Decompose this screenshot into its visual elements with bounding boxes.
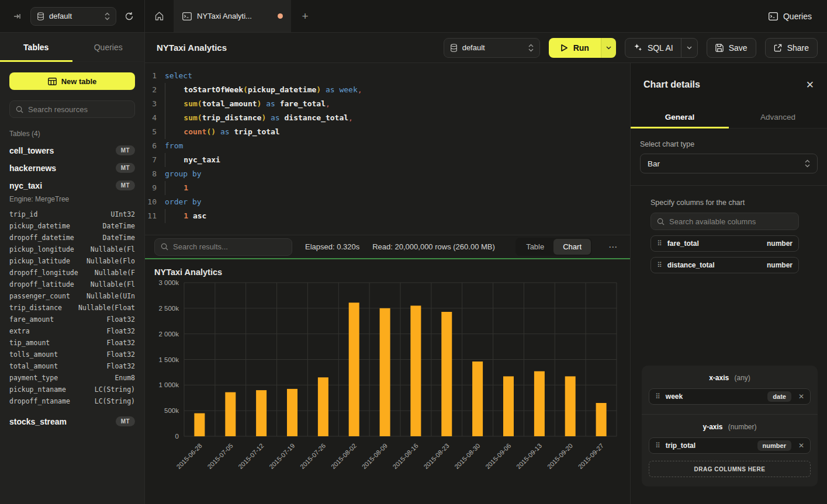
unsaved-dot bbox=[278, 13, 283, 19]
columns-search bbox=[650, 213, 799, 230]
svg-text:2015-07-19: 2015-07-19 bbox=[268, 442, 296, 470]
y-axis-label: y-axis bbox=[703, 423, 722, 431]
view-toggle-chart[interactable]: Chart bbox=[553, 239, 591, 255]
sql-editor[interactable]: 1select2 toStartOfWeek(pickup_datetime) … bbox=[145, 63, 630, 235]
chart-details-tabs: GeneralAdvanced bbox=[631, 106, 827, 128]
drag-handle-icon[interactable]: ⠿ bbox=[657, 261, 662, 269]
line-number: 11 bbox=[145, 209, 165, 223]
x-axis-section: x-axis (any) ⠿weekdate✕ bbox=[642, 366, 818, 414]
drag-columns-dropzone[interactable]: DRAG COLUMNS HERE bbox=[649, 461, 811, 477]
table-engine: Engine: MergeTree bbox=[9, 195, 135, 203]
bar-chart: 0500k1 000k1 500k2 000k2 500k3 000k2015-… bbox=[154, 279, 621, 500]
sql-ai-options-button[interactable] bbox=[681, 39, 697, 57]
x-axis-label: x-axis bbox=[709, 374, 729, 382]
drag-handle-icon[interactable]: ⠿ bbox=[655, 442, 660, 450]
column-type-badge: number bbox=[757, 440, 791, 451]
code-line-1[interactable]: 1select bbox=[145, 69, 630, 83]
svg-text:2015-08-16: 2015-08-16 bbox=[392, 442, 420, 470]
chart-details-tab-general[interactable]: General bbox=[631, 106, 729, 128]
chart-details-tab-advanced[interactable]: Advanced bbox=[729, 106, 827, 128]
drag-handle-icon[interactable]: ⠿ bbox=[655, 392, 660, 401]
svg-text:2015-09-20: 2015-09-20 bbox=[546, 442, 574, 470]
sidebar-search-input[interactable] bbox=[28, 105, 129, 114]
table-item-nyc_taxi[interactable]: nyc_taxiMT bbox=[9, 180, 135, 190]
new-table-button[interactable]: New table bbox=[9, 72, 135, 90]
sql-ai-button[interactable]: SQL AI bbox=[625, 38, 698, 58]
refresh-button[interactable] bbox=[122, 9, 136, 23]
table-item-cell_towers[interactable]: cell_towersMT bbox=[9, 145, 135, 155]
column-item-tolls_amount: tolls_amountFloat32 bbox=[9, 349, 135, 360]
code-line-5[interactable]: 5 count() as trip_total bbox=[145, 125, 630, 139]
code-line-7[interactable]: 7 nyc_taxi bbox=[145, 153, 630, 167]
run-options-button[interactable] bbox=[601, 38, 616, 58]
code-line-10[interactable]: 10order by bbox=[145, 195, 630, 209]
code-line-2[interactable]: 2 toStartOfWeek(pickup_datetime) as week… bbox=[145, 83, 630, 97]
chart-details-title: Chart details bbox=[643, 79, 700, 90]
line-number: 8 bbox=[145, 167, 165, 181]
sidebar: TablesQueries New table Tables (4) cell_… bbox=[0, 33, 145, 504]
search-icon bbox=[16, 106, 23, 113]
chart-type-select[interactable]: Bar bbox=[640, 154, 818, 173]
sidebar-search bbox=[9, 100, 135, 118]
tab-nytaxi-analytics[interactable]: NYTaxi Analyti... bbox=[174, 0, 291, 32]
svg-text:1 500k: 1 500k bbox=[158, 356, 179, 363]
results-toolbar: Elapsed: 0.320s Read: 20,000,000 rows (2… bbox=[145, 235, 630, 259]
sql-ai-label: SQL AI bbox=[648, 43, 673, 53]
save-button[interactable]: Save bbox=[707, 38, 756, 58]
svg-text:2015-09-06: 2015-09-06 bbox=[484, 442, 512, 470]
code-line-11[interactable]: 11 1 asc bbox=[145, 209, 630, 223]
column-chip-trip_total[interactable]: ⠿trip_totalnumber✕ bbox=[649, 437, 811, 454]
sidebar-tab-queries[interactable]: Queries bbox=[72, 33, 145, 61]
queries-button[interactable]: Queries bbox=[753, 0, 827, 32]
column-item-pickup_longitude: pickup_longitudeNullable(Fl bbox=[9, 244, 135, 255]
database-selector[interactable]: default bbox=[30, 7, 116, 26]
column-chip-week[interactable]: ⠿weekdate✕ bbox=[649, 388, 811, 405]
engine-badge: MT bbox=[116, 163, 135, 173]
column-chip-name: distance_total bbox=[667, 261, 761, 269]
line-number: 9 bbox=[145, 181, 165, 195]
svg-text:2015-08-30: 2015-08-30 bbox=[453, 442, 481, 470]
toolbar-database-selector[interactable]: default bbox=[444, 38, 540, 58]
code-line-8[interactable]: 8group by bbox=[145, 167, 630, 181]
column-chip-fare_total[interactable]: ⠿fare_totalnumber bbox=[650, 235, 799, 252]
remove-column-button[interactable]: ✕ bbox=[797, 442, 804, 450]
more-options-button[interactable]: ⋯ bbox=[605, 239, 621, 255]
results-search-input[interactable] bbox=[173, 242, 286, 251]
collapse-sidebar-button[interactable] bbox=[11, 9, 25, 23]
view-toggle-table[interactable]: Table bbox=[517, 239, 553, 255]
remove-column-button[interactable]: ✕ bbox=[797, 392, 804, 401]
share-label: Share bbox=[787, 43, 809, 53]
columns-search-input[interactable] bbox=[669, 217, 793, 226]
run-button[interactable]: Run bbox=[549, 38, 601, 58]
code-line-9[interactable]: 9 1 bbox=[145, 181, 630, 195]
drag-handle-icon[interactable]: ⠿ bbox=[657, 239, 662, 248]
table-item-hackernews[interactable]: hackernewsMT bbox=[9, 163, 135, 173]
chart-panel: NYTaxi Analytics 0500k1 000k1 500k2 000k… bbox=[145, 259, 630, 504]
share-button[interactable]: Share bbox=[765, 38, 818, 58]
sidebar-tab-tables[interactable]: Tables bbox=[0, 33, 72, 61]
terminal-icon bbox=[182, 12, 192, 20]
home-button[interactable] bbox=[145, 0, 174, 32]
column-chip-distance_total[interactable]: ⠿distance_totalnumber bbox=[650, 257, 799, 273]
code-line-4[interactable]: 4 sum(trip_distance) as distance_total, bbox=[145, 111, 630, 125]
chart-details-body: Select chart type Bar Specify columns fo… bbox=[631, 128, 827, 504]
search-icon bbox=[657, 218, 665, 225]
column-item-tip_amount: tip_amountFloat32 bbox=[9, 337, 135, 349]
chart-title: NYTaxi Analytics bbox=[154, 267, 621, 277]
column-item-passenger_count: passenger_countNullable(UIn bbox=[9, 290, 135, 302]
new-tab-button[interactable]: + bbox=[291, 0, 319, 32]
table-name: cell_towers bbox=[9, 146, 116, 155]
column-item-extra: extraFloat32 bbox=[9, 325, 135, 337]
table-item-stocks_stream[interactable]: stocks_streamMT bbox=[9, 416, 135, 426]
database-icon bbox=[37, 12, 44, 20]
search-icon bbox=[161, 243, 168, 251]
results-search bbox=[154, 238, 292, 256]
bar bbox=[349, 303, 359, 436]
close-panel-button[interactable]: ✕ bbox=[806, 79, 814, 91]
line-number: 10 bbox=[145, 195, 165, 209]
code-line-6[interactable]: 6from bbox=[145, 139, 630, 153]
page-title: NYTaxi Analytics bbox=[157, 43, 227, 53]
tab-bar: NYTaxi Analyti... + bbox=[145, 0, 753, 32]
line-number: 6 bbox=[145, 139, 165, 153]
code-line-3[interactable]: 3 sum(total_amount) as fare_total, bbox=[145, 97, 630, 111]
